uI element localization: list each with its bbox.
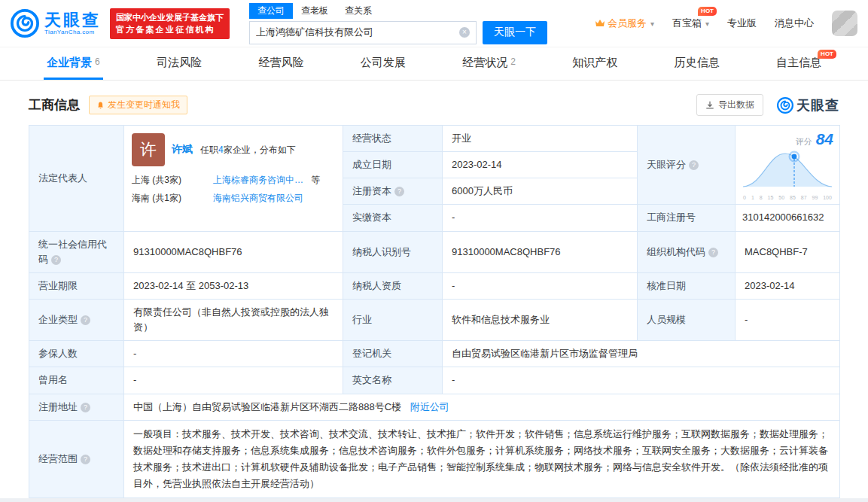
label-text: 实缴资本 [352, 211, 391, 223]
tab-label: 历史信息 [675, 56, 720, 70]
rep-company-link[interactable]: 海南铝兴商贸有限公司 [213, 191, 303, 205]
tab-intellectual-property[interactable]: 知识产权 [569, 47, 620, 80]
hot-badge: HOT [698, 7, 717, 16]
tab-count: 6 [95, 56, 100, 67]
search-tab-boss[interactable]: 查老板 [293, 3, 337, 19]
rep-company-link[interactable]: 上海棕睿商务咨询中… [213, 173, 303, 187]
tab-judicial-risk[interactable]: 司法风险 [154, 47, 205, 80]
field-staff-label: 人员规模 [638, 299, 736, 340]
user-avatar[interactable] [832, 11, 857, 36]
gov-certification-badge: 国家中小企业发展子基金旗下 官方备案企业征信机构 [110, 8, 230, 39]
label-text: 工商注册号 [647, 211, 696, 223]
value-text: 开业 [452, 132, 471, 144]
tab-label: 司法风险 [157, 56, 202, 70]
clear-search-icon[interactable] [459, 27, 470, 38]
legal-rep-cell: 许 许斌 任职4家企业，分布如下 上海 (共3家) 上海棕睿商务咨询中… 等 海… [124, 126, 343, 232]
tianyancha-logo-icon [11, 9, 39, 38]
download-icon [705, 101, 714, 110]
brand-logo[interactable]: 天眼查 TianYanCha.com [11, 9, 101, 38]
nav-pro-version[interactable]: 专业版 [727, 17, 757, 30]
nav-message-center[interactable]: 消息中心 [775, 17, 814, 30]
value-text: 6000万人民币 [452, 185, 513, 196]
value-text: 310142000661632 [742, 211, 824, 223]
field-tax-quali-label: 纳税人资质 [343, 272, 443, 299]
tab-operation-risk[interactable]: 经营风险 [255, 47, 306, 80]
legal-rep-avatar[interactable]: 许 [132, 133, 165, 166]
tab-label: 经营状况 [462, 56, 507, 70]
field-established-value: 2023-02-14 [443, 152, 638, 178]
export-data-button[interactable]: 导出数据 [696, 94, 763, 116]
nearby-companies-link[interactable]: 附近公司 [410, 401, 449, 412]
watermark-text: 天眼查 [796, 96, 839, 114]
field-org-code-label: 组织机构代码 [638, 231, 736, 272]
legal-rep-label: 法定代表人 [38, 172, 87, 184]
field-term-value: 2023-02-14 至 2053-02-13 [124, 272, 343, 299]
label-text: 纳税人识别号 [352, 246, 411, 257]
legal-rep-summary: 许 许斌 任职4家企业，分布如下 [132, 133, 337, 166]
field-type-label: 企业类型 [29, 299, 124, 340]
value-text: 一般项目：技术服务、技术开发、技术咨询、技术交流、技术转让、技术推广；软件开发；… [133, 428, 828, 489]
info-icon[interactable] [51, 255, 61, 265]
legal-rep-name-link[interactable]: 许斌 [172, 141, 193, 158]
rep-region-row: 上海 (共3家) 上海棕睿商务咨询中… 等 [132, 173, 337, 187]
info-icon[interactable] [708, 248, 718, 257]
watermark-logo-icon [777, 97, 793, 114]
tab-label: 企业背景 [47, 56, 92, 70]
field-address-label: 注册地址 [29, 394, 124, 420]
page: 天眼查 TianYanCha.com 国家中小企业发展子基金旗下 官方备案企业征… [0, 0, 868, 498]
gov-badge-line1: 国家中小企业发展子基金旗下 [116, 13, 224, 22]
label-text: 注册地址 [38, 401, 78, 412]
field-uscc-value: 91310000MAC8QHBF76 [124, 231, 343, 272]
tab-operation-status[interactable]: 经营状况 2 [459, 47, 519, 80]
legal-rep-tenure: 任职4家企业，分布如下 [200, 143, 296, 157]
search-tab-relation[interactable]: 查关系 [337, 3, 380, 19]
field-address-value: 中国（上海）自由贸易试验区临港新片区环湖西二路888号C楼 附近公司 [124, 394, 840, 420]
change-notify-button[interactable]: 发生变更时通知我 [89, 96, 187, 114]
value-text: - [452, 211, 455, 223]
label-text: 营业期限 [38, 280, 78, 291]
search-area: 查公司 查老板 查关系 天眼一下 [249, 3, 547, 44]
label-text: 参保人数 [38, 348, 78, 359]
info-icon[interactable] [81, 315, 90, 325]
label-text: 组织机构代码 [647, 246, 705, 257]
top-header: 天眼查 TianYanCha.com 国家中小企业发展子基金旗下 官方备案企业征… [0, 0, 868, 47]
tab-label: 经营风险 [258, 56, 303, 70]
label-text: 纳税人资质 [352, 280, 401, 291]
tab-company-development[interactable]: 公司发展 [358, 47, 409, 80]
tenure-count-link[interactable]: 4 [218, 145, 224, 155]
tab-history-info[interactable]: 历史信息 [672, 47, 723, 80]
info-icon[interactable] [81, 455, 90, 464]
rep-region: 上海 (共3家) [132, 173, 213, 187]
search-input[interactable] [256, 27, 459, 38]
field-reg-capital-value: 6000万人民币 [443, 178, 638, 205]
nav-member-services-label: 会员服务 [608, 17, 647, 30]
search-button[interactable]: 天眼一下 [483, 21, 547, 44]
field-reg-no-label: 工商注册号 [638, 205, 736, 231]
brand-name: 天眼查 [44, 11, 101, 29]
info-icon[interactable] [81, 403, 90, 412]
bell-icon [96, 101, 105, 110]
legal-rep-label-cell: 法定代表人 [29, 126, 124, 232]
field-authority-value: 自由贸易试验区临港新片区市场监督管理局 [443, 341, 840, 367]
label-text: 经营状态 [352, 132, 391, 144]
rep-region-row: 海南 (共1家) 海南铝兴商贸有限公司 [132, 191, 337, 205]
tianyancha-watermark: 天眼查 [777, 96, 839, 114]
info-icon[interactable] [689, 160, 699, 170]
company-page-tabs: 企业背景 6 司法风险 经营风险 公司发展 经营状况 2 知识产权 历史信息 H… [0, 47, 868, 81]
value-text: - [745, 314, 748, 325]
field-paid-capital-label: 实缴资本 [343, 205, 443, 231]
crown-icon [595, 19, 605, 28]
label-text: 人员规模 [647, 314, 686, 325]
field-english-name-value: - [443, 367, 840, 394]
nav-member-services[interactable]: 会员服务 [595, 17, 654, 30]
tab-self-info[interactable]: HOT 自主信息 [773, 47, 824, 80]
tab-company-background[interactable]: 企业背景 6 [44, 47, 103, 80]
value-text: - [452, 374, 455, 385]
nav-toolbox[interactable]: HOT 百宝箱 [672, 17, 709, 30]
search-tab-company[interactable]: 查公司 [249, 3, 293, 19]
info-icon[interactable] [394, 187, 404, 196]
field-tax-id-value: 91310000MAC8QHBF76 [443, 231, 638, 272]
field-scope-value: 一般项目：技术服务、技术开发、技术咨询、技术交流、技术转让、技术推广；软件开发；… [124, 420, 840, 497]
score-readout: 评分 84 [742, 131, 833, 148]
value-text: - [452, 280, 455, 291]
